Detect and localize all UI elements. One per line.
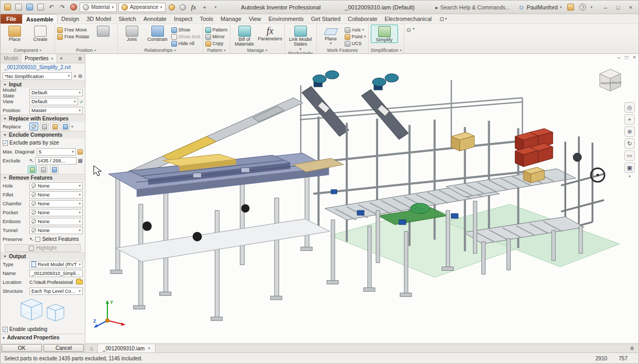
hole-dropdown[interactable]: None▾: [29, 182, 83, 190]
section-output[interactable]: ▼Output: [1, 252, 85, 260]
help-icon[interactable]: ?: [579, 4, 586, 10]
zoom-icon[interactable]: ⊕: [624, 126, 635, 137]
preset-settings-icon[interactable]: ⚙: [78, 73, 83, 79]
tab-annotate[interactable]: Annotate: [140, 14, 170, 24]
free-move-button[interactable]: Free Move: [57, 27, 90, 33]
create-button[interactable]: Create: [28, 25, 52, 42]
graphics-viewport[interactable]: – □ ×: [85, 54, 638, 343]
chamfer-dropdown[interactable]: None▾: [29, 200, 83, 207]
panel-label-simplification[interactable]: Simplification▾: [371, 47, 402, 53]
parameters-button[interactable]: fxParameters: [258, 25, 282, 41]
tab-file[interactable]: File: [1, 14, 22, 24]
tab-electromechanical[interactable]: Electromechanical: [381, 14, 435, 24]
plane-button[interactable]: Plane▾: [319, 25, 343, 46]
section-remove-features[interactable]: ▼Remove Features: [1, 174, 85, 181]
viewcube-front-label[interactable]: FRONT: [601, 82, 612, 85]
simplify-button[interactable]: Simplify: [372, 25, 396, 42]
pan-icon[interactable]: +: [624, 114, 635, 125]
pocket-dropdown[interactable]: None▾: [29, 209, 83, 216]
show-sick-button[interactable]: Show Sick: [171, 34, 201, 40]
tab-design[interactable]: Design: [58, 14, 83, 24]
panel-label-work-features[interactable]: Work Features: [319, 47, 366, 53]
emboss-dropdown[interactable]: None▾: [29, 218, 83, 225]
simplify-doc-link[interactable]: _0012009310_Simplify_2.rvt: [1, 63, 85, 71]
qat-customize-icon[interactable]: ▾: [211, 3, 221, 12]
fillet-dropdown[interactable]: None▾: [29, 191, 83, 198]
show-button[interactable]: Show: [171, 27, 201, 33]
bill-of-materials-button[interactable]: Bill of Materials: [233, 25, 257, 47]
tab-3d-model[interactable]: 3D Model: [83, 14, 115, 24]
preserve-value[interactable]: Select Features: [42, 236, 79, 242]
ribbon-extra-icon[interactable]: ⊙: [406, 27, 411, 34]
model-state-dropdown[interactable]: Default▾: [29, 89, 83, 96]
user-account[interactable]: ☺ PaulMunford ▾: [518, 4, 561, 11]
copy-button[interactable]: Copy: [205, 40, 228, 47]
undo-icon[interactable]: ↶: [47, 3, 56, 12]
restore-button[interactable]: □: [612, 3, 624, 12]
pattern-button[interactable]: Pattern: [205, 27, 228, 33]
type-dropdown[interactable]: Revit Model (RVT▾: [29, 261, 83, 268]
tab-get-started[interactable]: Get Started: [307, 14, 344, 24]
highlight-button[interactable]: Highlight: [5, 244, 81, 252]
advanced-properties-row[interactable]: ▸Advanced Properties: [1, 334, 85, 341]
show-excluded-button[interactable]: [28, 166, 37, 173]
replace-each-top-level-button[interactable]: [50, 123, 59, 130]
mirror-button[interactable]: Mirror: [205, 34, 228, 40]
ok-button[interactable]: OK: [2, 344, 42, 352]
constrain-button[interactable]: Constrain: [146, 25, 170, 42]
tab-tools[interactable]: Tools: [196, 14, 217, 24]
link-icon[interactable]: ∞: [78, 98, 84, 105]
tab-sketch[interactable]: Sketch: [115, 14, 140, 24]
replace-none-button[interactable]: [29, 123, 38, 130]
open-icon[interactable]: [25, 3, 34, 12]
material-dropdown[interactable]: Material ▾: [80, 3, 117, 12]
panel-menu-icon[interactable]: ≡: [75, 54, 85, 63]
home-icon[interactable]: ⌂: [85, 344, 98, 352]
adjust-icon[interactable]: [167, 3, 177, 12]
tab-model[interactable]: Model: [1, 54, 21, 63]
minimize-button[interactable]: –: [600, 3, 611, 12]
chevron-down-icon[interactable]: ▾: [71, 125, 73, 129]
doc-minimize-button[interactable]: –: [618, 54, 621, 60]
hide-all-button[interactable]: Hide All: [171, 40, 201, 47]
free-rotate-button[interactable]: Free Rotate: [57, 34, 90, 40]
view-options-icon[interactable]: ▣: [624, 162, 635, 173]
document-tab[interactable]: _0012009310.iam ×: [98, 344, 156, 352]
joint-button[interactable]: Joint: [120, 25, 144, 42]
tab-properties[interactable]: Properties×: [21, 54, 57, 63]
update-icon[interactable]: [69, 3, 78, 12]
close-doc-icon[interactable]: ×: [148, 346, 150, 351]
tab-inspect[interactable]: Inspect: [170, 14, 196, 24]
appearance-dropdown[interactable]: Appearance ▾: [118, 3, 165, 12]
add-preset-button[interactable]: +: [73, 73, 76, 79]
close-tab-icon[interactable]: ×: [51, 56, 53, 61]
add-panel-tab-button[interactable]: +: [57, 54, 65, 63]
help-search-input[interactable]: ▸ Search Help & Commands...: [435, 4, 514, 10]
orbit-icon[interactable]: ↻: [624, 138, 635, 149]
clear-overrides-icon[interactable]: [178, 3, 188, 12]
show-included-button[interactable]: [39, 166, 48, 173]
name-field[interactable]: _0012009310_Simplify_2: [29, 270, 83, 277]
max-diagonal-dropdown[interactable]: 5▾: [37, 148, 76, 156]
place-button[interactable]: Place: [3, 25, 27, 42]
select-arrow-icon[interactable]: ↖: [29, 158, 34, 163]
navigation-wheel-icon[interactable]: ◎: [624, 102, 635, 113]
section-exclude[interactable]: ▼Exclude Components: [1, 131, 85, 138]
link-model-states-button[interactable]: Link Model States▾: [287, 25, 314, 51]
replace-custom-button[interactable]: [61, 123, 70, 130]
show-all-button[interactable]: [50, 166, 59, 173]
viewcube-right-label[interactable]: RIGHT: [612, 81, 622, 84]
look-at-icon[interactable]: ▭: [624, 150, 635, 161]
panel-label-pattern[interactable]: Pattern▾: [205, 47, 228, 53]
panel-label-relationships[interactable]: Relationships▾: [120, 47, 201, 53]
point-button[interactable]: Point▾: [345, 34, 366, 40]
tab-list-icon[interactable]: ≡: [625, 344, 638, 352]
help-chevron-icon[interactable]: ▾: [590, 5, 592, 9]
save-icon[interactable]: [36, 3, 45, 12]
view-cube[interactable]: FRONT RIGHT: [594, 64, 625, 95]
grid-snap-button[interactable]: [91, 25, 115, 37]
new-file-icon[interactable]: [14, 3, 23, 12]
structure-dropdown[interactable]: Each Top Level Comp▾: [29, 288, 83, 295]
parameters-quick-icon[interactable]: fx: [189, 3, 199, 12]
close-button[interactable]: ×: [625, 3, 636, 12]
